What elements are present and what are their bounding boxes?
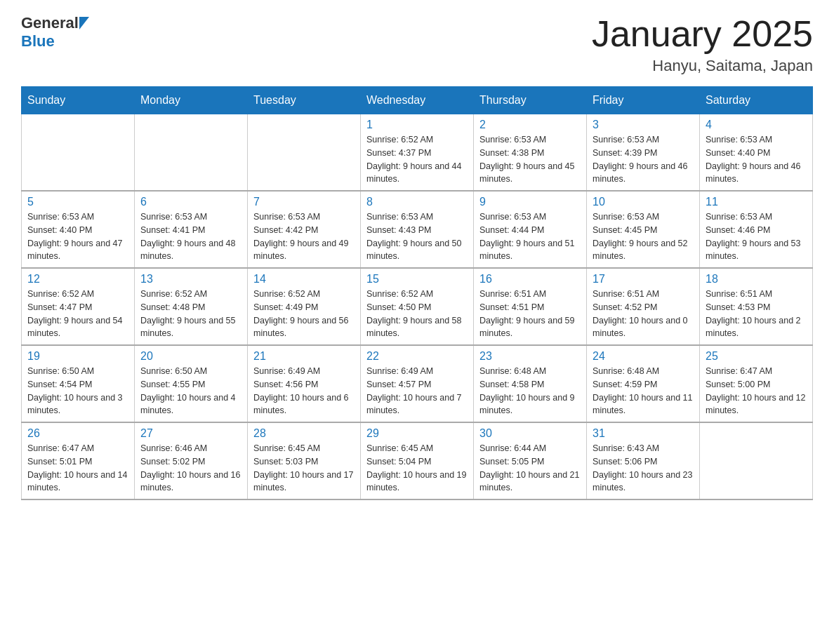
day-info: Sunrise: 6:53 AM Sunset: 4:46 PM Dayligh… [706, 210, 807, 263]
day-number: 28 [253, 427, 355, 440]
week-row-4: 19Sunrise: 6:50 AM Sunset: 4:54 PM Dayli… [22, 345, 813, 422]
logo: General Blue [21, 14, 89, 51]
day-number: 21 [253, 350, 355, 363]
week-row-1: 1Sunrise: 6:52 AM Sunset: 4:37 PM Daylig… [22, 114, 813, 192]
day-number: 9 [479, 196, 581, 208]
day-info: Sunrise: 6:46 AM Sunset: 5:02 PM Dayligh… [140, 442, 241, 495]
day-number: 26 [27, 427, 128, 440]
day-number: 12 [27, 273, 128, 286]
calendar-cell: 23Sunrise: 6:48 AM Sunset: 4:58 PM Dayli… [474, 345, 587, 422]
day-number: 30 [479, 427, 581, 440]
day-header-tuesday: Tuesday [248, 87, 361, 114]
calendar-cell: 27Sunrise: 6:46 AM Sunset: 5:02 PM Dayli… [135, 422, 248, 499]
day-info: Sunrise: 6:44 AM Sunset: 5:05 PM Dayligh… [479, 442, 581, 495]
week-row-5: 26Sunrise: 6:47 AM Sunset: 5:01 PM Dayli… [22, 422, 813, 499]
day-number: 3 [593, 119, 694, 131]
day-header-wednesday: Wednesday [361, 87, 474, 114]
day-info: Sunrise: 6:52 AM Sunset: 4:48 PM Dayligh… [140, 288, 241, 340]
calendar-cell: 26Sunrise: 6:47 AM Sunset: 5:01 PM Dayli… [22, 422, 135, 499]
calendar-cell: 16Sunrise: 6:51 AM Sunset: 4:51 PM Dayli… [474, 268, 587, 345]
day-info: Sunrise: 6:53 AM Sunset: 4:38 PM Dayligh… [479, 133, 581, 186]
day-number: 29 [366, 427, 468, 440]
day-info: Sunrise: 6:50 AM Sunset: 4:54 PM Dayligh… [27, 365, 128, 417]
calendar-cell [248, 114, 361, 192]
calendar-cell: 3Sunrise: 6:53 AM Sunset: 4:39 PM Daylig… [587, 114, 700, 192]
calendar-cell: 12Sunrise: 6:52 AM Sunset: 4:47 PM Dayli… [22, 268, 135, 345]
calendar-cell: 19Sunrise: 6:50 AM Sunset: 4:54 PM Dayli… [22, 345, 135, 422]
day-info: Sunrise: 6:51 AM Sunset: 4:53 PM Dayligh… [706, 288, 807, 340]
day-info: Sunrise: 6:43 AM Sunset: 5:06 PM Dayligh… [593, 442, 694, 495]
day-number: 7 [253, 196, 355, 208]
calendar-cell: 15Sunrise: 6:52 AM Sunset: 4:50 PM Dayli… [361, 268, 474, 345]
day-number: 4 [706, 119, 807, 131]
title-section: January 2025 Hanyu, Saitama, Japan [592, 14, 813, 75]
day-number: 18 [706, 273, 807, 286]
calendar-cell: 11Sunrise: 6:53 AM Sunset: 4:46 PM Dayli… [700, 191, 813, 268]
day-number: 10 [593, 196, 694, 208]
day-info: Sunrise: 6:49 AM Sunset: 4:57 PM Dayligh… [366, 365, 468, 417]
calendar-cell: 8Sunrise: 6:53 AM Sunset: 4:43 PM Daylig… [361, 191, 474, 268]
day-header-friday: Friday [587, 87, 700, 114]
day-info: Sunrise: 6:52 AM Sunset: 4:37 PM Dayligh… [366, 133, 468, 186]
calendar-title: January 2025 [592, 14, 813, 54]
day-number: 22 [366, 350, 468, 363]
day-info: Sunrise: 6:52 AM Sunset: 4:50 PM Dayligh… [366, 288, 468, 340]
calendar-cell: 29Sunrise: 6:45 AM Sunset: 5:04 PM Dayli… [361, 422, 474, 499]
calendar-cell: 20Sunrise: 6:50 AM Sunset: 4:55 PM Dayli… [135, 345, 248, 422]
calendar-body: 1Sunrise: 6:52 AM Sunset: 4:37 PM Daylig… [22, 114, 813, 500]
day-info: Sunrise: 6:45 AM Sunset: 5:03 PM Dayligh… [253, 442, 355, 495]
day-info: Sunrise: 6:53 AM Sunset: 4:43 PM Dayligh… [366, 210, 468, 263]
calendar-cell: 17Sunrise: 6:51 AM Sunset: 4:52 PM Dayli… [587, 268, 700, 345]
logo-blue-text: Blue [21, 32, 55, 51]
logo-general-text: General [21, 14, 79, 32]
calendar-subtitle: Hanyu, Saitama, Japan [592, 57, 813, 75]
calendar-cell: 28Sunrise: 6:45 AM Sunset: 5:03 PM Dayli… [248, 422, 361, 499]
page-header: General Blue January 2025 Hanyu, Saitama… [21, 14, 813, 75]
day-info: Sunrise: 6:52 AM Sunset: 4:49 PM Dayligh… [253, 288, 355, 340]
day-info: Sunrise: 6:49 AM Sunset: 4:56 PM Dayligh… [253, 365, 355, 417]
calendar-cell: 21Sunrise: 6:49 AM Sunset: 4:56 PM Dayli… [248, 345, 361, 422]
day-number: 1 [366, 119, 468, 131]
day-info: Sunrise: 6:47 AM Sunset: 5:01 PM Dayligh… [27, 442, 128, 495]
calendar-cell: 9Sunrise: 6:53 AM Sunset: 4:44 PM Daylig… [474, 191, 587, 268]
calendar-cell: 25Sunrise: 6:47 AM Sunset: 5:00 PM Dayli… [700, 345, 813, 422]
calendar-cell: 4Sunrise: 6:53 AM Sunset: 4:40 PM Daylig… [700, 114, 813, 192]
day-info: Sunrise: 6:51 AM Sunset: 4:52 PM Dayligh… [593, 288, 694, 340]
day-number: 11 [706, 196, 807, 208]
day-info: Sunrise: 6:53 AM Sunset: 4:42 PM Dayligh… [253, 210, 355, 263]
calendar-cell: 30Sunrise: 6:44 AM Sunset: 5:05 PM Dayli… [474, 422, 587, 499]
calendar-cell [135, 114, 248, 192]
day-number: 6 [140, 196, 241, 208]
day-info: Sunrise: 6:48 AM Sunset: 4:58 PM Dayligh… [479, 365, 581, 417]
calendar-cell: 10Sunrise: 6:53 AM Sunset: 4:45 PM Dayli… [587, 191, 700, 268]
day-number: 31 [593, 427, 694, 440]
day-info: Sunrise: 6:53 AM Sunset: 4:44 PM Dayligh… [479, 210, 581, 263]
calendar-cell: 14Sunrise: 6:52 AM Sunset: 4:49 PM Dayli… [248, 268, 361, 345]
day-number: 20 [140, 350, 241, 363]
day-number: 15 [366, 273, 468, 286]
week-row-2: 5Sunrise: 6:53 AM Sunset: 4:40 PM Daylig… [22, 191, 813, 268]
day-info: Sunrise: 6:52 AM Sunset: 4:47 PM Dayligh… [27, 288, 128, 340]
logo-triangle-icon [79, 17, 89, 29]
day-info: Sunrise: 6:53 AM Sunset: 4:40 PM Dayligh… [706, 133, 807, 186]
day-info: Sunrise: 6:50 AM Sunset: 4:55 PM Dayligh… [140, 365, 241, 417]
day-info: Sunrise: 6:53 AM Sunset: 4:41 PM Dayligh… [140, 210, 241, 263]
day-number: 14 [253, 273, 355, 286]
calendar-cell: 22Sunrise: 6:49 AM Sunset: 4:57 PM Dayli… [361, 345, 474, 422]
calendar-cell [700, 422, 813, 499]
day-info: Sunrise: 6:53 AM Sunset: 4:45 PM Dayligh… [593, 210, 694, 263]
calendar-cell: 6Sunrise: 6:53 AM Sunset: 4:41 PM Daylig… [135, 191, 248, 268]
day-info: Sunrise: 6:53 AM Sunset: 4:40 PM Dayligh… [27, 210, 128, 263]
day-number: 2 [479, 119, 581, 131]
week-row-3: 12Sunrise: 6:52 AM Sunset: 4:47 PM Dayli… [22, 268, 813, 345]
day-number: 24 [593, 350, 694, 363]
day-info: Sunrise: 6:51 AM Sunset: 4:51 PM Dayligh… [479, 288, 581, 340]
day-number: 25 [706, 350, 807, 363]
day-number: 13 [140, 273, 241, 286]
calendar-cell: 18Sunrise: 6:51 AM Sunset: 4:53 PM Dayli… [700, 268, 813, 345]
day-number: 16 [479, 273, 581, 286]
day-header-monday: Monday [135, 87, 248, 114]
day-header-thursday: Thursday [474, 87, 587, 114]
calendar-cell: 2Sunrise: 6:53 AM Sunset: 4:38 PM Daylig… [474, 114, 587, 192]
calendar-table: SundayMondayTuesdayWednesdayThursdayFrid… [21, 86, 813, 500]
